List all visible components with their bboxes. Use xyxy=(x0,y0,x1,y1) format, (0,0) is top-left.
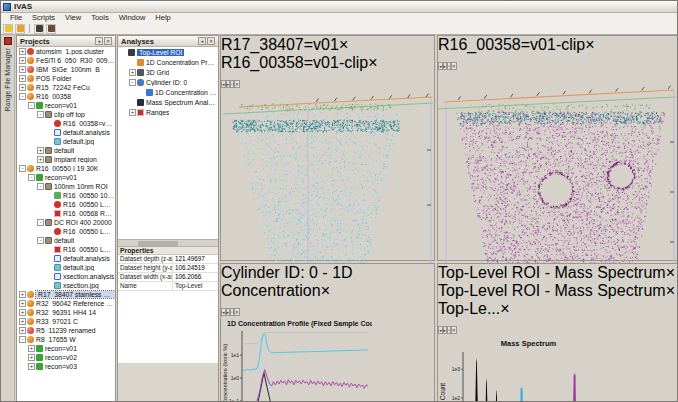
expand-icon[interactable]: + xyxy=(19,75,26,82)
expand-icon[interactable]: + xyxy=(129,109,136,116)
tree-item[interactable]: -R16_00550 I 19 30K xyxy=(17,164,115,173)
tab-close-icon[interactable]: × xyxy=(666,282,675,299)
collapse-icon[interactable]: - xyxy=(19,165,26,172)
tab-top-level-roi-mass-spectrum[interactable]: Top-Level ROI - Mass Spectrum× xyxy=(438,264,678,282)
tree-item[interactable]: -default xyxy=(17,236,115,245)
tree-item[interactable]: R16_00550 100nm 10nm Proj xyxy=(17,191,115,200)
collapse-icon[interactable]: - xyxy=(37,111,44,118)
tree-item[interactable]: -R16_00358 xyxy=(17,92,115,101)
tab-r16-00358-v01-clip[interactable]: R16_00358=v01-clip× xyxy=(438,36,678,54)
tree-item[interactable]: xsection.jpg xyxy=(17,281,115,290)
close-icon[interactable]: ✕ xyxy=(451,62,457,70)
tree-item[interactable]: +R32_96042 Reference SiGeB with LAWA xyxy=(17,299,115,308)
menu-window[interactable]: Window xyxy=(114,13,151,23)
expand-icon[interactable]: + xyxy=(19,48,26,55)
collapse-icon[interactable]: - xyxy=(37,183,44,190)
panel-undock-icon[interactable]: ◂ xyxy=(95,37,103,45)
panel-close-icon[interactable]: ✕ xyxy=(207,37,215,45)
tree-item[interactable]: +default xyxy=(17,146,115,155)
tree-item[interactable]: +R15_72242 FeCu xyxy=(17,83,115,92)
tree-item[interactable]: -Cylinder ID: 0 xyxy=(118,77,218,87)
expand-icon[interactable]: + xyxy=(19,318,26,325)
tab-close-icon[interactable]: × xyxy=(339,36,348,53)
tree-item[interactable]: Top-Level ROI xyxy=(118,47,218,57)
tree-item[interactable]: +IBM_SiGe_100nm_B xyxy=(17,65,115,74)
tab-close-icon[interactable]: × xyxy=(368,54,377,71)
tree-item[interactable]: default.analysis xyxy=(17,254,115,263)
expand-icon[interactable]: + xyxy=(28,345,35,352)
tree-item[interactable]: -100nm 10nm ROI xyxy=(17,182,115,191)
expand-icon[interactable]: + xyxy=(37,147,44,154)
expand-icon[interactable]: + xyxy=(19,57,26,64)
tree-item[interactable]: default.analysis xyxy=(17,128,115,137)
tree-item[interactable]: -clip off top xyxy=(17,110,115,119)
tree-item[interactable]: R16_00550 LO_01020(7HfTiN_ xyxy=(17,245,115,254)
menu-scripts[interactable]: Scripts xyxy=(27,13,60,23)
tree-item[interactable]: default.jpg xyxy=(17,263,115,272)
expand-icon[interactable]: + xyxy=(19,66,26,73)
scroll-left-icon[interactable]: ◂ xyxy=(438,326,443,334)
collapse-icon[interactable]: - xyxy=(28,102,35,109)
tab-close-icon[interactable]: × xyxy=(500,300,509,317)
tree-item[interactable]: R16_00550 LO_01020(7HfTiN_ xyxy=(17,200,115,209)
collapse-icon[interactable]: - xyxy=(28,174,35,181)
collapse-icon[interactable]: - xyxy=(19,336,26,343)
tree-item[interactable]: +Ranges xyxy=(118,107,218,117)
tree-item[interactable]: +R5_11239 renamed xyxy=(17,326,115,335)
tree-item[interactable]: 1D Concentration Profile - Z-axis xyxy=(118,87,218,97)
dark-tool-1-icon[interactable] xyxy=(34,24,44,34)
scroll-left-icon[interactable]: ◂ xyxy=(438,62,443,70)
close-icon[interactable]: ✕ xyxy=(234,80,240,88)
tree-item[interactable]: -DC ROI 400 20000 xyxy=(17,218,115,227)
menu-file[interactable]: File xyxy=(5,13,27,23)
menu-view[interactable]: View xyxy=(60,13,86,23)
tree-item[interactable]: -recon=v01 xyxy=(17,101,115,110)
expand-icon[interactable]: + xyxy=(37,156,44,163)
tree-item[interactable]: +recon=v03 xyxy=(17,362,115,371)
tree-item[interactable]: xsection.analysis xyxy=(17,272,115,281)
close-icon[interactable]: ✕ xyxy=(234,308,240,316)
tree-item[interactable]: +recon=v02 xyxy=(17,353,115,362)
tree-item[interactable]: +atomsim_1.pos.cluster xyxy=(17,47,115,56)
scroll-left-icon[interactable]: ◂ xyxy=(221,80,226,88)
tree-item[interactable]: +R33_97021 C xyxy=(17,317,115,326)
tab-r17-38407-v01[interactable]: R17_38407=v01× xyxy=(221,36,434,54)
expand-icon[interactable]: + xyxy=(19,309,26,316)
scroll-left-icon[interactable]: ◂ xyxy=(221,308,226,316)
tree-item[interactable]: +R32_96391 HH4 14 xyxy=(17,308,115,317)
expand-icon[interactable]: + xyxy=(19,300,26,307)
tree-item[interactable]: +3D Grid xyxy=(118,67,218,77)
tab-close-icon[interactable]: × xyxy=(585,36,594,53)
tree-item[interactable]: -recon=v01 xyxy=(17,173,115,182)
tab-cylinder-id-0-1d-concentration[interactable]: Cylinder ID: 0 - 1D Concentration× xyxy=(221,264,434,300)
tree-item[interactable]: R16_00568 ROI Ranges.rng xyxy=(17,209,115,218)
tab-top-le-[interactable]: Top-Le...× xyxy=(438,300,678,318)
tree-item[interactable]: +POS Folder xyxy=(17,74,115,83)
open-project-icon[interactable] xyxy=(15,24,25,34)
tab-r16-00358-v01-clip[interactable]: R16_00358=v01-clip× xyxy=(221,54,434,72)
panel-undock-icon[interactable]: ◂ xyxy=(198,37,206,45)
expand-icon[interactable]: + xyxy=(19,84,26,91)
tab-top-level-roi-mass-spectrum[interactable]: Top-Level ROI - Mass Spectrum× xyxy=(438,282,678,300)
collapse-icon[interactable]: - xyxy=(37,237,44,244)
expand-icon[interactable]: + xyxy=(28,354,35,361)
tree-item[interactable]: default.jpg xyxy=(17,137,115,146)
panel-close-icon[interactable]: ✕ xyxy=(104,37,112,45)
tree-item[interactable]: +recon=v01 xyxy=(17,344,115,353)
tab-close-icon[interactable]: × xyxy=(666,264,675,281)
expand-icon[interactable]: + xyxy=(19,327,26,334)
menu-tools[interactable]: Tools xyxy=(86,13,114,23)
tree-item[interactable]: +implant region xyxy=(17,155,115,164)
expand-icon[interactable]: + xyxy=(19,291,26,298)
close-icon[interactable]: ✕ xyxy=(451,326,457,334)
collapse-icon[interactable]: - xyxy=(19,93,26,100)
new-analysis-icon[interactable] xyxy=(3,24,13,34)
range-file-manager-strip[interactable]: Range File Manager xyxy=(1,35,15,402)
horizontal-scrollbar[interactable] xyxy=(118,239,218,246)
tree-item[interactable]: R16_00550 LO_01020(7HfTiN_ xyxy=(17,227,115,236)
collapse-icon[interactable]: - xyxy=(37,219,44,226)
tree-item[interactable]: Mass Spectrum Analysis xyxy=(118,97,218,107)
viewer2-viewport[interactable] xyxy=(438,72,678,277)
tree-item[interactable]: +R17_38407 stainless carbides xyxy=(17,290,115,299)
tree-item[interactable]: 1D Concentration Profile - Y-axis (0 xyxy=(118,57,218,67)
